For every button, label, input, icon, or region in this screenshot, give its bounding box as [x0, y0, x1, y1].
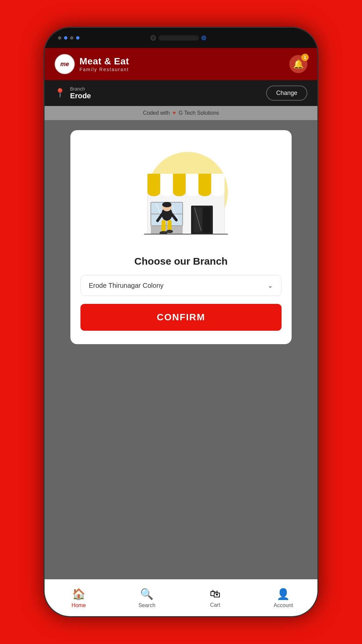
notification-badge: 1: [301, 54, 309, 61]
branch-text: Branch Erode: [70, 86, 91, 100]
cart-icon: 🛍: [210, 588, 221, 600]
svg-point-13: [198, 188, 211, 196]
branch-bar: 📍 Branch Erode Change: [45, 80, 317, 106]
dot-2: [64, 36, 67, 40]
status-bar: [45, 28, 317, 48]
svg-rect-28: [162, 220, 166, 233]
speaker: [159, 35, 199, 41]
logo-text-block: Meat & Eat Family Restaurant: [79, 56, 129, 72]
confirm-button[interactable]: CONFIRM: [80, 304, 282, 331]
home-icon: 🏠: [72, 588, 85, 600]
svg-point-12: [186, 188, 198, 196]
svg-point-10: [160, 188, 173, 196]
home-label: Home: [71, 602, 86, 608]
account-icon: 👤: [277, 588, 290, 600]
branch-info: 📍 Branch Erode: [55, 86, 91, 100]
change-branch-button[interactable]: Change: [266, 86, 307, 101]
logo-initials: me: [60, 61, 69, 68]
background-dimmed: Choose our Branch Erode Thirunagar Colon…: [45, 120, 317, 591]
status-indicators: [58, 36, 79, 40]
cart-label: Cart: [210, 602, 220, 608]
svg-point-31: [166, 230, 173, 233]
svg-rect-17: [203, 207, 210, 232]
coded-text: Coded with ♥ G Tech Solutions: [143, 110, 219, 116]
nav-item-home[interactable]: 🏠 Home: [45, 584, 113, 612]
front-camera: [150, 35, 156, 41]
search-icon: 🔍: [140, 588, 154, 600]
account-label: Account: [274, 602, 293, 608]
dot-1: [58, 36, 61, 40]
camera-speaker-area: [150, 35, 206, 41]
svg-point-25: [162, 202, 172, 207]
chevron-down-icon: ⌄: [267, 281, 273, 289]
logo-area: me Meat & Eat Family Restaurant: [55, 54, 129, 74]
app-content: me Meat & Eat Family Restaurant 🔔 1 📍 Br…: [45, 48, 317, 616]
nav-item-search[interactable]: 🔍 Search: [113, 584, 181, 612]
nav-item-cart[interactable]: 🛍 Cart: [181, 584, 249, 611]
dropdown-selected-value: Erode Thirunagar Colony: [89, 282, 164, 289]
branch-modal: Choose our Branch Erode Thirunagar Colon…: [70, 130, 292, 344]
notification-button[interactable]: 🔔 1: [289, 55, 307, 73]
app-header: me Meat & Eat Family Restaurant 🔔 1: [45, 48, 317, 80]
svg-rect-29: [168, 220, 172, 231]
svg-point-9: [147, 188, 160, 196]
bell-icon: 🔔: [293, 59, 304, 69]
store-illustration: [124, 140, 238, 248]
phone-frame: me Meat & Eat Family Restaurant 🔔 1 📍 Br…: [44, 27, 318, 617]
dot-4: [76, 36, 79, 40]
location-icon: 📍: [55, 88, 65, 98]
branch-label: Branch: [70, 86, 91, 92]
modal-container: Choose our Branch Erode Thirunagar Colon…: [58, 130, 304, 344]
svg-point-14: [211, 188, 224, 196]
dot-3: [70, 36, 73, 40]
coded-banner: Coded with ♥ G Tech Solutions: [45, 106, 317, 120]
modal-title: Choose our Branch: [134, 256, 228, 267]
nav-item-account[interactable]: 👤 Account: [249, 584, 318, 612]
branch-name: Erode: [70, 92, 91, 100]
logo-circle: me: [55, 54, 75, 74]
search-label: Search: [138, 602, 156, 608]
branch-dropdown[interactable]: Erode Thirunagar Colony ⌄: [80, 275, 282, 296]
heart-icon: ♥: [173, 110, 176, 116]
svg-point-11: [173, 188, 186, 196]
app-subtitle: Family Restaurant: [79, 67, 129, 72]
app-name: Meat & Eat: [79, 56, 129, 67]
front-camera-2: [201, 36, 206, 40]
bottom-nav: 🏠 Home 🔍 Search 🛍 Cart 👤 Account: [45, 579, 317, 616]
